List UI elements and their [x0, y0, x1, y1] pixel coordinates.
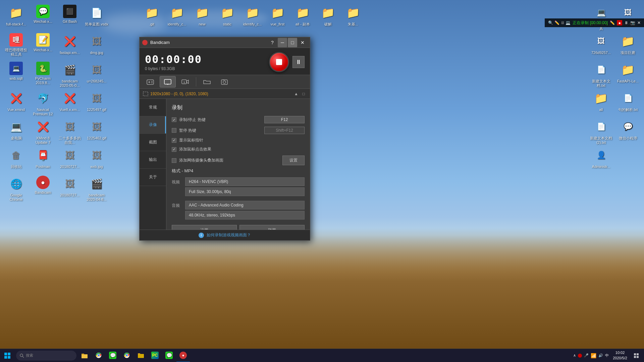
- desktop-icon-bandicam-app[interactable]: ● Bandicam: [30, 174, 56, 202]
- desktop-icon-diannao[interactable]: 💻 桌电脑: [3, 117, 30, 145]
- desktop-icon-fastapi-le[interactable]: 📁 FastAPI-Le...: [614, 60, 641, 88]
- desktop-icon-admin[interactable]: 👤 Administr...: [588, 145, 614, 174]
- sidebar-item-general[interactable]: 常规: [140, 99, 166, 116]
- desktop-icon-full-stack[interactable]: 📁 full-stack-f...: [3, 3, 30, 31]
- record-hotkey-field[interactable]: F12: [264, 116, 305, 123]
- desktop-icon-new-doc2[interactable]: 📄 新建文本文档(2).txt: [588, 117, 614, 145]
- desktop-icon-wxb-sql[interactable]: 💻 wxb.sqll: [3, 60, 30, 88]
- desktop-icon-project-huge[interactable]: 📁 项目巨磨: [614, 31, 641, 60]
- notification-button[interactable]: [631, 349, 641, 362]
- desktop-icon-bandicam-19[interactable]: 🎬 bandicam 2020-05-0...: [56, 60, 83, 88]
- maximize-button[interactable]: □: [288, 38, 297, 47]
- desktop-icon-new-doc[interactable]: 📄 新建文本文档.txt: [588, 60, 614, 88]
- taskbar-wechat2[interactable]: 💬: [162, 349, 176, 362]
- desktop-icon-git[interactable]: 📁 .git: [139, 3, 164, 31]
- taskbar-chrome2[interactable]: [120, 349, 133, 362]
- desktop-icon-img20180727[interactable]: 🖼 20180727...: [56, 145, 83, 174]
- tray-expand[interactable]: ∧: [573, 353, 576, 358]
- pause-rec-icon[interactable]: ⏸: [624, 20, 628, 25]
- record-button[interactable]: [269, 52, 289, 72]
- desktop-icon-gitbash[interactable]: ⬛ Git Bash: [56, 3, 83, 31]
- desktop-icon-weixin-mini[interactable]: 💬 微信小程序: [614, 117, 641, 145]
- desktop-icon-1225497[interactable]: 🖼 1225497.gif: [83, 88, 110, 117]
- minimize-button[interactable]: ─: [278, 38, 287, 47]
- desktop-icon-fastapi[interactable]: ❌ fastapi-xm...: [56, 31, 83, 60]
- taskbar-chrome[interactable]: [92, 349, 105, 362]
- tray-lang[interactable]: 中: [605, 353, 609, 358]
- icon-img: 📁: [270, 5, 286, 21]
- edit-icon[interactable]: ✏️: [610, 20, 615, 25]
- area-settings-button[interactable]: □: [301, 91, 307, 97]
- desktop-icon-wxb-jpg[interactable]: 🖼 wxb.jpg: [83, 145, 110, 174]
- footer-link[interactable]: 如何录制游戏视频画面？: [207, 232, 251, 238]
- desktop-icon-static[interactable]: 📁 static: [215, 3, 240, 31]
- stop-rec-icon[interactable]: ■: [617, 20, 622, 25]
- settings-action-button[interactable]: 设置: [172, 225, 237, 230]
- desktop-icon-vsdx[interactable]: 📄 简单蓝图.vsdx: [83, 3, 110, 31]
- desktop-icon-vue-first[interactable]: 📁 vue_first: [265, 3, 290, 31]
- sidebar-item-video[interactable]: 录像: [140, 116, 166, 134]
- taskbar-file-manager[interactable]: [134, 349, 148, 362]
- desktop-icon-chrome[interactable]: 🌐 Google Chrome: [3, 174, 30, 202]
- record-hotkey-checkbox[interactable]: [172, 117, 176, 122]
- img1225462-icon: 🖼: [89, 119, 105, 135]
- show-cursor-checkbox[interactable]: [172, 138, 176, 143]
- preset-action-button[interactable]: 预置: [239, 225, 305, 230]
- help-button[interactable]: ?: [268, 38, 277, 47]
- desktop-icon-vue-xmind[interactable]: ❌ Vue.xmind: [3, 88, 30, 117]
- webcam-tab-button[interactable]: $: [177, 76, 193, 87]
- icon-label: new: [199, 22, 205, 26]
- taskbar-search[interactable]: 搜索: [16, 351, 76, 361]
- sidebar-item-output[interactable]: 输出: [140, 151, 166, 169]
- icon-label: fastapi-xm...: [60, 51, 80, 55]
- desktop-icon-identify-c2[interactable]: 📁 identify_c...: [240, 3, 265, 31]
- desktop-icon-postman[interactable]: 📮 Postman: [30, 145, 56, 174]
- pause-hotkey-field[interactable]: Shift+F12: [264, 127, 305, 134]
- desktop-icon-identify-c[interactable]: 📁 identify_c...: [164, 3, 190, 31]
- screen-tab-button[interactable]: [160, 76, 176, 87]
- desktop-icon-dmg[interactable]: 🖼 dmg.jpg: [83, 31, 110, 60]
- start-button[interactable]: [0, 349, 15, 362]
- taskbar-bandicam[interactable]: ●: [176, 349, 190, 362]
- desktop-icon-alibaba[interactable]: 哩 哩巴哩哩哩投稿工具: [3, 31, 30, 60]
- taskbar-clock[interactable]: 10:02 2020/5/2: [610, 350, 630, 361]
- webcam-settings-button[interactable]: 设置: [282, 156, 305, 165]
- tray-volume[interactable]: 🔊: [598, 353, 603, 358]
- desktop-icon-sentence[interactable]: 📄 句的解析.txt: [614, 88, 641, 117]
- mouse-click-checkbox[interactable]: [172, 147, 176, 152]
- desktop-icon-u268245[interactable]: 🖼 u=268245...: [83, 60, 110, 88]
- desktop-icon-vue8[interactable]: ❌ Vue8.x.xm...: [56, 88, 83, 117]
- close-rec-icon[interactable]: ✕: [637, 20, 641, 25]
- desktop-icon-img20180727b[interactable]: 🖼 20180727...: [56, 174, 83, 202]
- desktop-icon-pycharm[interactable]: 🐍 PyCharm 2019.8...: [30, 60, 56, 88]
- taskbar-file-explorer[interactable]: [78, 349, 91, 362]
- cam-rec-icon[interactable]: 📷: [630, 20, 635, 25]
- desktop-icon-sticky-notes[interactable]: 📝 Wechat-x...: [30, 31, 56, 60]
- pause-hotkey-checkbox[interactable]: [172, 128, 176, 133]
- desktop-icon-726d9257[interactable]: 🖼 726d9257...: [588, 31, 614, 60]
- pause-button[interactable]: ⏸: [292, 56, 305, 68]
- taskbar-pycharm[interactable]: PC: [148, 349, 162, 362]
- game-tab-button[interactable]: [142, 76, 158, 87]
- desktop-icon-recycle[interactable]: 🗑 回收站: [3, 145, 30, 174]
- desktop-icon-navicat[interactable]: 🐬 Navicat Premium 12: [30, 88, 56, 117]
- desktop-icon-zhuji[interactable]: 📁 朱基...: [340, 3, 366, 31]
- desktop-icon-wechat[interactable]: 💬 Wechat-x...: [30, 3, 56, 31]
- folder-button[interactable]: [199, 76, 215, 87]
- sidebar-item-screenshot[interactable]: 截图: [140, 134, 166, 151]
- taskbar-wechat[interactable]: 💬: [106, 349, 119, 362]
- icon-label: identify_c...: [243, 22, 262, 26]
- webcam-overlay-checkbox[interactable]: [172, 158, 176, 163]
- desktop-icon-new[interactable]: 📁 new: [190, 3, 215, 31]
- area-expand-button[interactable]: ▲: [293, 91, 299, 97]
- screenshot-button[interactable]: [216, 76, 232, 87]
- desktop-icon-1225462[interactable]: 🖼 1225462.gif: [83, 117, 110, 145]
- desktop-icon-img-20[interactable]: 🖼 二十多多多的自我...: [56, 117, 83, 145]
- desktop-icon-all-copy[interactable]: 📁 all - 副本: [290, 3, 315, 31]
- close-button[interactable]: ✕: [298, 38, 307, 47]
- desktop-icon-xmind8[interactable]: ❌ XMind 8 Update 7: [30, 117, 56, 145]
- desktop-icon-all[interactable]: 📁 all: [588, 88, 614, 117]
- sidebar-item-about[interactable]: 关于: [140, 169, 166, 186]
- desktop-icon-pojie[interactable]: 📁 破解: [315, 3, 340, 31]
- desktop-icon-bandicam2020[interactable]: 🎬 bandicam 2020-04-8...: [83, 174, 110, 202]
